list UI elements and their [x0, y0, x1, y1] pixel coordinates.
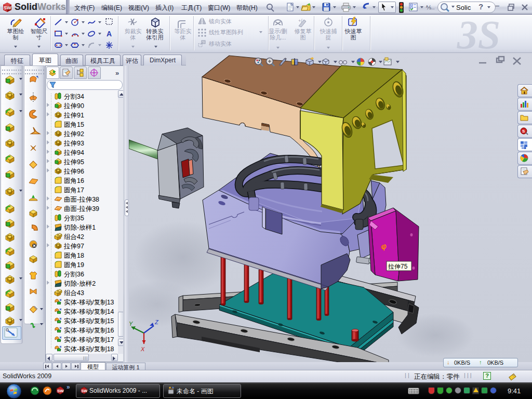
svg-text:SW: SW — [4, 5, 11, 10]
svg-text:X: X — [140, 346, 145, 352]
svg-text:S: S — [522, 129, 525, 134]
svg-text:拉伸75: 拉伸75 — [388, 263, 408, 270]
svg-text:SW: SW — [57, 389, 64, 393]
svg-text:+/: +/ — [298, 18, 302, 23]
svg-text:Y: Y — [129, 321, 133, 327]
svg-text:A: A — [107, 30, 112, 38]
svg-text:Z: Z — [154, 319, 159, 325]
svg-text:SW: SW — [82, 389, 88, 393]
